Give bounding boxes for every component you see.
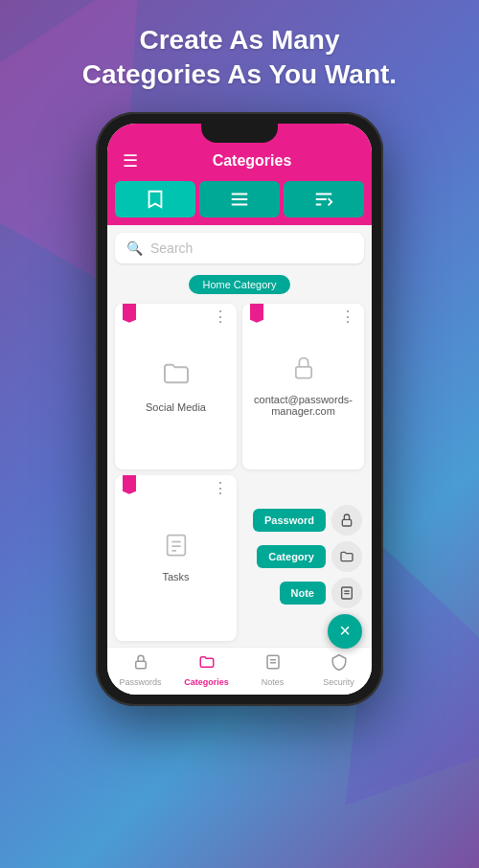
card-label-contact: contact@passwords-manager.com [250,394,356,417]
nav-icon-passwords [132,653,149,675]
card-bookmark-social-media [123,304,136,323]
fab-main-button[interactable]: × [328,614,362,649]
document-icon-tasks [163,532,190,565]
card-bookmark-contact [250,304,263,323]
search-input-placeholder: Search [150,240,193,256]
nav-label-notes: Notes [262,677,285,687]
card-label-tasks: Tasks [162,571,189,582]
fab-icon-category[interactable] [331,541,362,572]
fab-label-password[interactable]: Password [253,509,326,532]
folder-icon-social-media [161,358,192,396]
nav-label-categories: Categories [184,677,229,687]
nav-label-security: Security [323,677,354,687]
card-tasks[interactable]: ⋮ Tasks [115,475,237,641]
lock-icon-contact [290,354,317,388]
headline-line1: Create As Many [139,25,339,55]
card-menu-social-media[interactable]: ⋮ [213,309,229,325]
nav-item-categories[interactable]: Categories [173,648,240,695]
nav-item-security[interactable]: Security [306,648,372,695]
card-menu-tasks[interactable]: ⋮ [213,481,229,496]
toolbar [107,181,372,225]
search-bar[interactable]: 🔍 Search [115,233,364,263]
fab-label-note[interactable]: Note [280,582,326,605]
nav-icon-security [331,653,348,675]
nav-icon-notes [264,653,282,675]
fab-action-note: Note [280,578,362,608]
svg-rect-7 [167,535,185,555]
fab-container: Password Category Note [253,505,362,649]
fab-action-category: Category [257,541,362,572]
headline-line2: Categories As You Want. [82,59,397,89]
search-icon: 🔍 [126,240,143,256]
svg-rect-15 [135,661,146,669]
phone-frame: ☰ Categories [96,112,383,706]
headline: Create As Many Categories As You Want. [54,0,425,108]
nav-item-passwords[interactable]: Passwords [107,648,173,695]
toolbar-btn-sort[interactable] [284,181,364,217]
toolbar-btn-list[interactable] [199,181,280,217]
card-contact[interactable]: ⋮ contact@passwords-manager.com [242,304,364,469]
hamburger-icon[interactable]: ☰ [123,150,138,171]
card-menu-contact[interactable]: ⋮ [340,309,356,325]
bottom-nav: Passwords Categories Not [107,647,372,695]
phone-notch [201,124,278,143]
nav-icon-categories [198,653,216,675]
app-title: Categories [148,152,356,170]
card-social-media[interactable]: ⋮ Social Media [115,304,237,469]
category-badge: Home Category [189,275,289,294]
nav-item-notes[interactable]: Notes [240,648,306,695]
svg-rect-6 [295,367,310,378]
toolbar-btn-bookmark[interactable] [115,181,195,217]
svg-rect-11 [342,519,351,526]
fab-action-password: Password [253,505,362,536]
nav-label-passwords: Passwords [119,677,161,687]
fab-icon-note[interactable] [331,578,362,608]
category-label-container: Home Category [115,275,364,294]
fab-label-category[interactable]: Category [257,545,326,568]
phone-screen: ☰ Categories [107,124,372,695]
fab-icon-password[interactable] [331,505,362,536]
card-bookmark-tasks [123,475,136,494]
card-label-social-media: Social Media [146,401,206,413]
